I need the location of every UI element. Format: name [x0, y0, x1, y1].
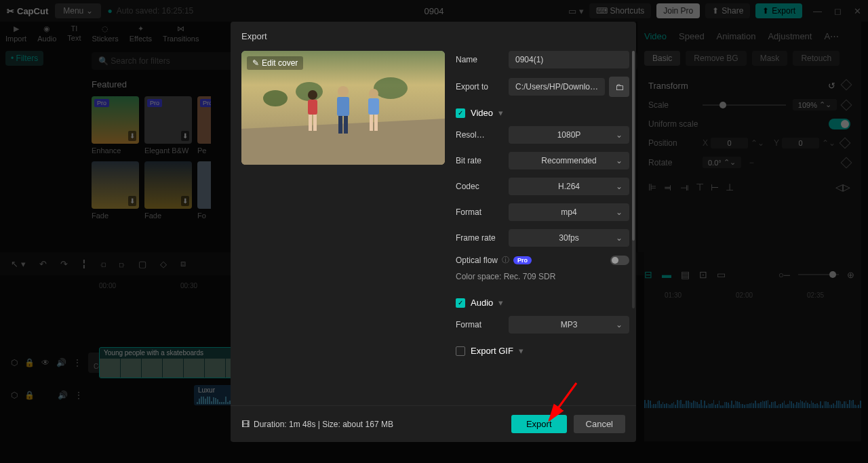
bitrate-label: Bit rate	[456, 156, 509, 165]
scrollbar-thumb[interactable]	[632, 51, 635, 241]
codec-label: Codec	[456, 182, 509, 191]
svg-rect-11	[344, 116, 348, 134]
svg-point-8	[338, 86, 349, 97]
name-input[interactable]	[509, 51, 629, 68]
optical-flow-toggle[interactable]	[610, 256, 629, 265]
svg-rect-6	[309, 115, 312, 131]
gif-checkbox[interactable]	[456, 346, 465, 356]
modal-title: Export	[231, 22, 636, 51]
codec-select[interactable]: H.264	[509, 178, 629, 195]
svg-point-4	[308, 90, 317, 100]
cover-preview: ✎Edit cover	[241, 51, 445, 165]
svg-rect-5	[308, 100, 317, 115]
resolution-select[interactable]: 1080P	[509, 126, 629, 144]
gif-section-label: Export GIF	[471, 346, 513, 356]
fps-label: Frame rate	[456, 233, 509, 243]
svg-point-3	[263, 90, 288, 106]
export-confirm-button[interactable]: Export	[511, 415, 567, 433]
edit-cover-button[interactable]: ✎Edit cover	[247, 56, 303, 70]
pro-badge: Pro	[513, 256, 532, 264]
audio-format-label: Format	[456, 320, 509, 329]
svg-rect-7	[313, 115, 317, 131]
modal-footer: 🎞Duration: 1m 48s | Size: about 167 MB E…	[231, 405, 636, 442]
audio-section-label: Audio	[471, 298, 493, 308]
folder-icon: 🗀	[615, 82, 624, 92]
svg-rect-10	[338, 116, 342, 134]
name-label: Name	[456, 55, 509, 64]
svg-rect-15	[374, 115, 378, 131]
bitrate-select[interactable]: Recommended	[509, 152, 629, 169]
exportto-path: C:/Users/HP/Downlo…	[509, 78, 605, 96]
cancel-button[interactable]: Cancel	[574, 415, 625, 433]
video-checkbox[interactable]: ✓	[456, 108, 465, 118]
pencil-icon: ✎	[252, 58, 259, 68]
svg-point-2	[374, 77, 408, 99]
browse-folder-button[interactable]: 🗀	[609, 77, 629, 97]
format-label: Format	[456, 207, 509, 217]
svg-rect-13	[368, 98, 379, 115]
video-section-label: Video	[471, 108, 493, 118]
optical-flow-label: Optical flow	[456, 256, 498, 265]
export-modal: Export ✎Edit cover	[231, 22, 636, 442]
format-select[interactable]: mp4	[509, 203, 629, 221]
audio-checkbox[interactable]: ✓	[456, 298, 465, 308]
fps-select[interactable]: 30fps	[509, 229, 629, 247]
svg-rect-14	[370, 115, 373, 131]
colorspace-label: Color space: Rec. 709 SDR	[456, 272, 629, 281]
audio-format-select[interactable]: MP3	[509, 316, 629, 334]
svg-rect-9	[337, 97, 349, 116]
film-icon: 🎞	[241, 420, 250, 429]
duration-text: Duration: 1m 48s | Size: about 167 MB	[254, 420, 393, 429]
resolution-label: Resol…	[456, 130, 509, 140]
exportto-label: Export to	[456, 82, 509, 92]
info-icon[interactable]: ⓘ	[502, 255, 509, 265]
svg-point-12	[369, 89, 378, 98]
